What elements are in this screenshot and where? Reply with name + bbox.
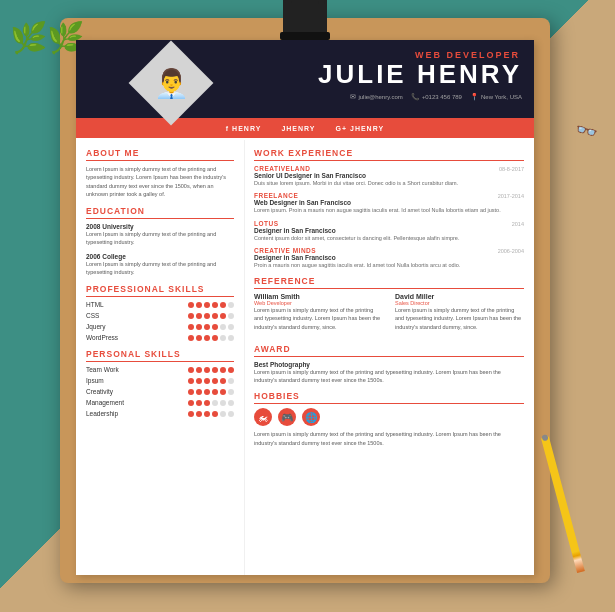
edu-desc-2: Lorem Ipsum is simply dummy text of the …	[86, 260, 234, 277]
dot	[204, 324, 210, 330]
work-date-4: 2006-2004	[498, 248, 524, 254]
dot	[188, 378, 194, 384]
dot	[188, 411, 194, 417]
work-item-3: LOTUS 2014 Designer in San Francisco Con…	[254, 220, 524, 242]
pskill-ipsum: Ipsum	[86, 377, 234, 384]
dot	[212, 400, 218, 406]
resume-paper: WEB DEVELOPER JULIE HENRY ✉ julie@henry.…	[76, 40, 534, 575]
hobby-icon-2: 🎮	[278, 408, 296, 426]
dot	[204, 411, 210, 417]
social-bar: f HENRY JHENRY G+ JHENRY	[76, 118, 534, 138]
dot	[228, 324, 234, 330]
dot	[220, 367, 226, 373]
work-desc-1: Duis situe lorem ipsum. Morbi in dui vit…	[254, 179, 524, 187]
dot	[220, 302, 226, 308]
dot	[212, 302, 218, 308]
ref-name-1: William Smith	[254, 293, 383, 300]
hobbies-section: HOBBIES 🏍 🎮 🌐 Lorem ipsum is simply dumm…	[254, 391, 524, 447]
edu-item-1: 2008 University Lorem Ipsum is simply du…	[86, 223, 234, 247]
left-content: ABOUT ME Lorem Ipsum is simply dummy tex…	[76, 140, 244, 429]
skill-wordpress: WordPress	[86, 334, 234, 341]
about-title: ABOUT ME	[86, 148, 234, 161]
ref-desc-1: Lorem ipsum is simply dummy text of the …	[254, 306, 383, 331]
dot	[204, 400, 210, 406]
ref-col-2: David Miller Sales Director Lorem ipsum …	[395, 293, 524, 337]
dot	[228, 400, 234, 406]
education-title: EDUCATION	[86, 206, 234, 219]
work-date-2: 2017-2014	[498, 193, 524, 199]
twitter-social: JHENRY	[281, 125, 315, 132]
dot	[228, 335, 234, 341]
pskill-creativity-name: Creativity	[86, 388, 113, 395]
dot	[228, 389, 234, 395]
pskill-ipsum-dots	[188, 378, 234, 384]
dot	[196, 389, 202, 395]
dot	[220, 313, 226, 319]
dot	[228, 378, 234, 384]
pskill-creativity-dots	[188, 389, 234, 395]
hobbies-desc: Lorem ipsum is simply dummy text of the …	[254, 430, 524, 447]
work-title-3: Designer in San Francisco	[254, 227, 524, 234]
hobby-icon-3: 🌐	[302, 408, 320, 426]
skill-wordpress-name: WordPress	[86, 334, 118, 341]
professional-skills-title: PROFESSIONAL SKILLS	[86, 284, 234, 297]
dot	[204, 367, 210, 373]
dot	[196, 400, 202, 406]
work-company-1: CREATIVELAND	[254, 165, 310, 172]
about-text: Lorem Ipsum is simply dummy text of the …	[86, 165, 234, 198]
work-desc-3: Content ipsum dolor sit amet, consectetu…	[254, 234, 524, 242]
dot	[196, 378, 202, 384]
education-section: EDUCATION 2008 University Lorem Ipsum is…	[86, 206, 234, 276]
dot	[228, 302, 234, 308]
pskill-management-dots	[188, 400, 234, 406]
dot	[204, 313, 210, 319]
dot	[212, 389, 218, 395]
location-contact: 📍 New York, USA	[470, 93, 522, 101]
skill-wordpress-dots	[188, 335, 234, 341]
pskill-management: Management	[86, 399, 234, 406]
dot	[212, 367, 218, 373]
edu-desc-1: Lorem Ipsum is simply dummy text of the …	[86, 230, 234, 247]
pskill-management-name: Management	[86, 399, 124, 406]
dot	[228, 411, 234, 417]
avatar-diamond: 👨‍💼	[129, 41, 214, 126]
avatar-inner: 👨‍💼	[141, 53, 201, 113]
reference-section: REFERENCE William Smith Web Developer Lo…	[254, 276, 524, 337]
dot	[204, 302, 210, 308]
award-name: Best Photography	[254, 361, 524, 368]
edu-year-1: 2008 University	[86, 223, 234, 230]
hobby-icons: 🏍 🎮 🌐	[254, 408, 524, 426]
clipboard: WEB DEVELOPER JULIE HENRY ✉ julie@henry.…	[60, 18, 550, 583]
dot	[212, 335, 218, 341]
dot	[196, 313, 202, 319]
facebook-social: f HENRY	[226, 125, 262, 132]
work-title-2: Web Designer in San Francisco	[254, 199, 524, 206]
pskill-leadership-name: Leadership	[86, 410, 118, 417]
work-company-2: FREELANCE	[254, 192, 298, 199]
dot	[188, 367, 194, 373]
personal-skills-title: PERSONAL SKILLS	[86, 349, 234, 362]
pskill-leadership-dots	[188, 411, 234, 417]
dot	[204, 389, 210, 395]
email-icon: ✉	[350, 93, 356, 101]
avatar-container: 👨‍💼	[136, 48, 206, 118]
dot	[196, 335, 202, 341]
dot	[220, 389, 226, 395]
hobby-icon-1: 🏍	[254, 408, 272, 426]
personal-skills-section: PERSONAL SKILLS Team Work Ipsum	[86, 349, 234, 417]
reference-title: REFERENCE	[254, 276, 524, 289]
hobbies-title: HOBBIES	[254, 391, 524, 404]
pskill-teamwork-name: Team Work	[86, 366, 119, 373]
work-item-1: CREATIVELAND 08-8-2017 Senior UI Designe…	[254, 165, 524, 187]
professional-skills-section: PROFESSIONAL SKILLS HTML CSS	[86, 284, 234, 341]
dot	[196, 411, 202, 417]
work-experience-section: WORK EXPERIENCE CREATIVELAND 08-8-2017 S…	[254, 148, 524, 269]
dot	[188, 313, 194, 319]
award-section: AWARD Best Photography Lorem ipsum is si…	[254, 344, 524, 385]
dot	[204, 335, 210, 341]
work-company-4: CREATIVE MINDS	[254, 247, 316, 254]
work-desc-2: Lorem ipsum. Proin a mauris non augue sa…	[254, 206, 524, 214]
header-name: JULIE HENRY	[318, 60, 522, 89]
dot	[196, 302, 202, 308]
skill-css: CSS	[86, 312, 234, 319]
